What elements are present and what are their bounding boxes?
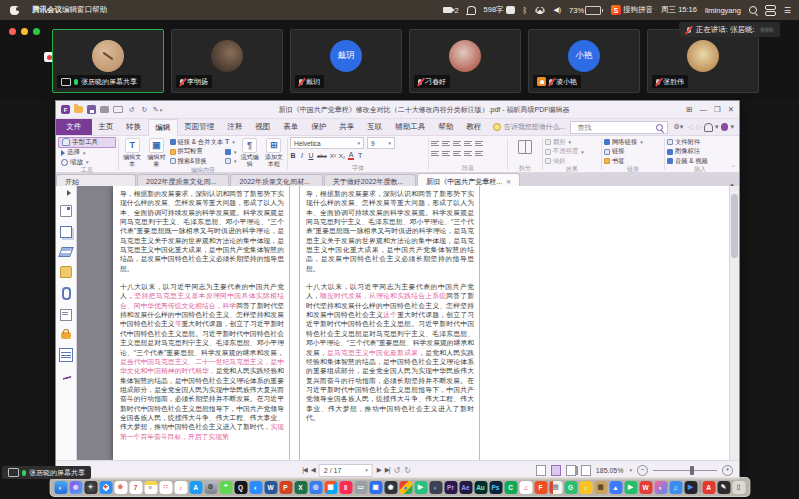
control-center-icon[interactable] <box>765 5 776 16</box>
dock-video-player-icon[interactable]: ▶ <box>624 481 637 494</box>
audio-video-button[interactable]: 音频 & 视频 <box>667 157 733 166</box>
hand-tool-button[interactable]: 手型工具 <box>58 137 116 148</box>
line-spacing-icon[interactable] <box>453 150 461 157</box>
dock-cloud-app-icon[interactable]: ▲ <box>609 481 622 494</box>
form-fields-panel-icon[interactable] <box>59 348 73 362</box>
previous-page-button[interactable]: ◀ <box>311 466 315 474</box>
link-join-text-button[interactable]: 链接 & 合并文本 <box>170 138 223 147</box>
pdf-page[interactable]: 导，根据新的发展要求，深刻认识和回答了新形势下实现什么样的发展、怎样发展等重大问… <box>113 186 729 461</box>
ribbon-tab[interactable]: 帮助 <box>432 119 460 135</box>
dock-camtasia-icon[interactable]: C <box>504 481 517 494</box>
align-center-icon[interactable] <box>464 140 472 147</box>
dock-music-blue-icon[interactable]: ♫ <box>669 481 682 494</box>
screen-share-pill[interactable]: 张居晓的屏幕共享 <box>2 466 91 479</box>
dock-audition-icon[interactable]: Au <box>474 481 487 494</box>
dock-after-effects-icon[interactable]: Ae <box>459 481 472 494</box>
ribbon-tab[interactable]: 共享 <box>333 119 361 135</box>
ribbon-collapse-icon[interactable]: ⌃ <box>731 164 736 171</box>
ribbon-tab[interactable]: 视图 <box>249 119 277 135</box>
font-style-button[interactable]: abc <box>317 153 327 159</box>
dock-jianying-icon[interactable]: ‖ <box>339 481 352 494</box>
find-next-icon[interactable]: ▷ <box>695 123 704 131</box>
ribbon-tab[interactable]: 转换 <box>120 119 148 135</box>
ribbon-tab[interactable]: 保护 <box>305 119 333 135</box>
file-menu-button[interactable]: 文件 <box>56 119 92 135</box>
account-profile-icon[interactable] <box>721 123 729 131</box>
dock-siri-icon[interactable]: ◉ <box>69 481 82 494</box>
input-method-status[interactable]: S搜狗拼音 <box>611 5 653 15</box>
weblink-button[interactable]: 网络链接▾ <box>604 138 662 147</box>
dock-notes-icon[interactable]: ≡ <box>144 481 157 494</box>
close-tab-icon[interactable]: ✕ <box>506 178 511 185</box>
meeting-participants-status[interactable]: 2 <box>443 6 458 15</box>
layers-panel-icon[interactable] <box>58 247 74 257</box>
dock-wps-icon[interactable]: W <box>639 481 652 494</box>
ribbon-tab[interactable]: 教程 <box>460 119 488 135</box>
previous-view-icon[interactable]: ↺ <box>394 466 401 475</box>
video-tile[interactable]: 刁春好 <box>409 29 521 93</box>
minimize-icon[interactable]: — <box>699 105 707 114</box>
video-tile[interactable]: 小艳 凌小艳 <box>528 29 640 93</box>
menubar-username[interactable]: limingyang <box>705 6 741 15</box>
image-annotation-button[interactable]: 图像标注 <box>667 148 733 157</box>
add-text-button[interactable]: T▾ <box>225 138 237 147</box>
dock-blue-box-icon[interactable]: ▣ <box>369 481 382 494</box>
dock-trash-icon[interactable]: ▯ <box>732 481 745 494</box>
pen-tool-icon[interactable]: ✎▾ <box>153 105 162 114</box>
dock-books-icon[interactable]: ▤ <box>549 481 562 494</box>
page-number-field[interactable]: 2 / 17▾ <box>319 464 373 477</box>
font-style-button[interactable]: B <box>290 152 296 159</box>
paragraph-spacing-icon[interactable] <box>464 150 472 157</box>
align-left-icon[interactable] <box>453 140 461 147</box>
vertical-scrollbar[interactable] <box>729 186 739 461</box>
dock-photoshop-icon[interactable]: Ps <box>489 481 502 494</box>
opacity-button[interactable]: 不透明度▾ <box>545 148 599 157</box>
align-right-icon[interactable] <box>475 140 483 147</box>
ribbon-tab[interactable]: 辅助工具 <box>389 119 432 135</box>
save-icon[interactable] <box>87 105 96 114</box>
close-icon[interactable]: ✕ <box>728 105 734 114</box>
zoom-slider[interactable] <box>653 470 717 471</box>
panel-collapse-arrow[interactable] <box>67 190 71 196</box>
battery-status[interactable]: 73% <box>569 6 603 15</box>
font-size-select[interactable]: 9▾ <box>367 137 395 149</box>
print-icon[interactable] <box>100 106 109 113</box>
notification-list-icon[interactable]: ☰ <box>784 6 791 15</box>
dock-excel-icon[interactable]: X <box>294 481 307 494</box>
font-style-button[interactable]: T <box>357 152 363 159</box>
dock-word-icon[interactable]: W <box>264 481 277 494</box>
dock-separator[interactable] <box>699 481 700 493</box>
dock-safari-icon[interactable]: ✦ <box>99 481 112 494</box>
dock-qq-icon[interactable]: Q <box>234 481 247 494</box>
scrollbar-thumb[interactable] <box>731 194 738 258</box>
certificate-panel-icon[interactable] <box>60 309 72 321</box>
comments-panel-icon[interactable] <box>60 266 72 278</box>
font-family-select[interactable]: Helvetica▾ <box>290 137 364 149</box>
find-previous-icon[interactable]: ◁ <box>685 123 694 131</box>
pages-panel-icon[interactable] <box>60 226 72 238</box>
numbered-list-icon[interactable] <box>442 140 450 147</box>
dock-chrome-icon[interactable]: ● <box>399 481 412 494</box>
indent-increase-icon[interactable] <box>442 150 450 157</box>
video-tile[interactable]: 戴玥 戴玥 <box>290 29 402 93</box>
bullet-list-icon[interactable] <box>431 140 439 147</box>
spell-check-button[interactable]: 拼写检查 <box>170 148 223 157</box>
ribbon-tab[interactable]: 注释 <box>221 119 249 135</box>
font-style-button[interactable]: X² <box>330 153 336 159</box>
ribbon-tab[interactable]: 互联 <box>361 119 389 135</box>
find-input[interactable] <box>575 123 652 132</box>
dock-yellow-music-icon[interactable]: ♪ <box>579 481 592 494</box>
close-window-button[interactable] <box>9 28 16 35</box>
apple-menu-icon[interactable] <box>10 6 19 15</box>
volume-icon[interactable]: ◀) <box>553 6 561 14</box>
signature-panel-icon[interactable] <box>61 370 72 380</box>
dock-pdf-reader-icon[interactable]: A <box>702 481 715 494</box>
notifications-icon[interactable] <box>704 123 713 132</box>
dock-calendar-icon[interactable]: 7 <box>129 481 142 494</box>
video-tile[interactable]: 李明扬 <box>171 29 283 93</box>
open-file-icon[interactable] <box>74 106 83 113</box>
dock-office-suite-icon[interactable]: ▦ <box>324 481 337 494</box>
first-page-button[interactable]: |◀ <box>302 466 307 474</box>
edit-object-button[interactable]: ▣编辑对象 <box>145 137 167 167</box>
spotlight-search-icon[interactable] <box>749 6 757 14</box>
